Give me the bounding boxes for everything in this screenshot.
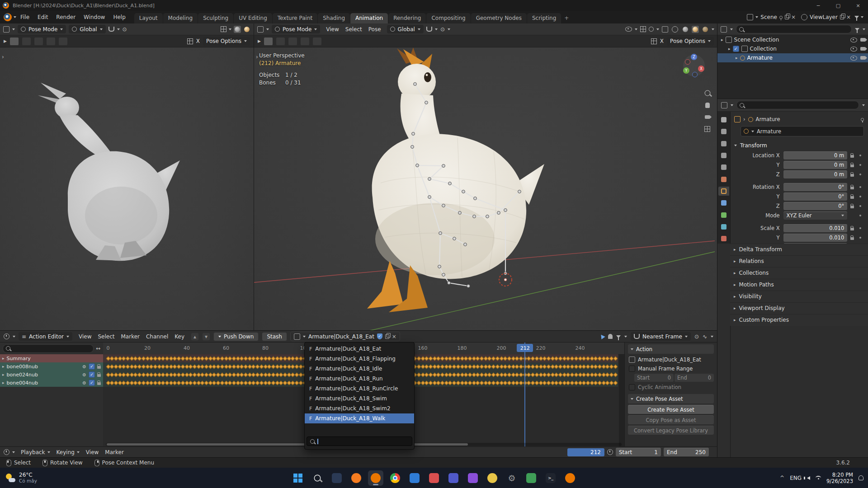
animate-dot-icon[interactable]	[859, 227, 861, 229]
viewport-menu-select[interactable]: Select	[342, 26, 365, 33]
pose-options-dropdown[interactable]: Pose Options	[667, 37, 714, 46]
create-pose-asset-panel-header[interactable]: Create Pose Asset	[628, 394, 714, 404]
toolbar-expand-icon[interactable]: ›	[256, 54, 258, 60]
menu-help[interactable]: Help	[109, 11, 129, 23]
close-button[interactable]: ×	[848, 0, 868, 11]
expand-icon[interactable]: ▸	[728, 47, 731, 51]
menu-file[interactable]: File	[16, 11, 33, 23]
tab-texture-paint[interactable]: Texture Paint	[273, 13, 317, 23]
tab-scripting[interactable]: Scripting	[527, 13, 561, 23]
end-field[interactable]: End0	[675, 374, 714, 382]
modifier-wrench-icon[interactable]: ⚙	[82, 380, 86, 385]
lock-icon[interactable]	[850, 164, 854, 167]
viewlayer-selector[interactable]: ViewLayer ×	[799, 13, 853, 21]
overlays-icon[interactable]	[649, 27, 654, 32]
dropdown-item-armature-duck-a18-idle[interactable]: FArmature|Duck_A18_Idle	[305, 364, 414, 374]
start-field[interactable]: Start0	[634, 374, 674, 382]
expand-icon[interactable]: ↔	[96, 345, 100, 352]
orientation-dropdown[interactable]: Global	[387, 25, 424, 33]
lock-icon[interactable]	[850, 206, 854, 208]
editor-mode-dropdown[interactable]: ≡ Action Editor	[19, 332, 72, 341]
snap-magnet-icon[interactable]	[108, 27, 114, 32]
pan-hand-icon[interactable]	[705, 103, 710, 108]
network-icon[interactable]	[816, 476, 821, 480]
value-field[interactable]: 0 m	[783, 151, 848, 160]
viewport-right-canvas[interactable]: › User Perspective (212) Armature Object…	[254, 47, 717, 331]
lock-icon[interactable]	[850, 187, 854, 189]
menu-render[interactable]: Render	[52, 11, 80, 23]
select-mode-toggle[interactable]	[46, 37, 56, 46]
shading-solid-icon[interactable]	[234, 26, 241, 33]
volume-icon[interactable]	[807, 476, 810, 480]
dropdown-item-armature-duck-a18-runcircle[interactable]: FArmature|Duck_A18_RunCircle	[305, 384, 414, 394]
channel-bone008nub[interactable]: ▸bone008nub⚙✓	[0, 362, 103, 371]
lock-icon[interactable]	[850, 196, 854, 199]
stash-button[interactable]: Stash	[262, 332, 287, 341]
lock-icon[interactable]	[850, 174, 854, 177]
xray-icon[interactable]	[662, 26, 668, 33]
outliner-item-armature[interactable]: ▸Armature	[717, 53, 868, 62]
move-up-button[interactable]: ▴	[191, 333, 199, 341]
properties-tab-tool[interactable]	[718, 115, 729, 124]
select-mode-toggle[interactable]	[22, 37, 31, 46]
properties-tab-render[interactable]	[718, 127, 729, 136]
expand-icon[interactable]: ▸	[2, 356, 5, 361]
expand-icon[interactable]: ▸	[2, 380, 5, 385]
animate-dot-icon[interactable]	[859, 237, 861, 239]
gizmo-y-axis[interactable]: Y	[683, 67, 689, 74]
filter-icon[interactable]	[616, 335, 621, 338]
properties-tab-texture[interactable]	[718, 234, 729, 243]
visibility-eye-icon[interactable]	[850, 38, 857, 42]
channel-bone024nub[interactable]: ▸bone024nub⚙✓	[0, 371, 103, 379]
taskbar-icon-mail[interactable]	[407, 470, 422, 486]
render-visibility-icon[interactable]	[860, 38, 866, 42]
gizmo-x-axis[interactable]: X	[698, 66, 704, 72]
tab-geometry-nodes[interactable]: Geometry Nodes	[471, 13, 527, 23]
value-field[interactable]: 0 m	[783, 161, 848, 169]
ortho-grid-icon[interactable]	[704, 126, 710, 132]
add-workspace-button[interactable]: +	[561, 13, 571, 23]
unlink-action-icon[interactable]: ×	[392, 333, 396, 340]
timeline-menu-view[interactable]: View	[83, 449, 102, 455]
shading-solid-icon[interactable]	[682, 26, 689, 33]
taskbar-icon-settings[interactable]: ⚙	[504, 470, 519, 486]
navigation-gizmo[interactable]: Z X Y	[683, 55, 705, 76]
dropdown-item-armature-duck-a18-swim[interactable]: FArmature|Duck_A18_Swim	[305, 394, 414, 404]
value-field[interactable]: 0.010	[783, 234, 848, 242]
dropdown-item-armature-duck-a18-walk[interactable]: FArmature|Duck_A18_Walk	[305, 413, 414, 423]
select-mode-toggle[interactable]	[34, 37, 43, 46]
keyframe[interactable]	[613, 380, 618, 385]
mirror-x-toggle[interactable]: X	[660, 38, 664, 44]
properties-search-input[interactable]	[736, 101, 859, 109]
dope-menu-channel[interactable]: Channel	[143, 333, 171, 340]
tab-sculpting[interactable]: Sculpting	[198, 13, 233, 23]
transform-pivot-icon[interactable]	[651, 38, 657, 44]
copy-pose-as-asset-button[interactable]: Copy Pose as Asset	[628, 415, 714, 424]
minimize-button[interactable]: ─	[808, 0, 828, 11]
menu-edit[interactable]: Edit	[33, 11, 52, 23]
current-frame-badge[interactable]: 212	[517, 344, 533, 352]
outliner-item-collection[interactable]: ▸✓Collection	[717, 44, 868, 53]
dope-menu-key[interactable]: Key	[171, 333, 188, 340]
channel-enable-checkbox[interactable]: ✓	[89, 371, 95, 378]
dropdown-item-armature-duck-a18-run[interactable]: FArmature|Duck_A18_Run	[305, 374, 414, 384]
pin-icon[interactable]	[779, 16, 783, 19]
panel-viewport-display[interactable]: ▸Viewport Display	[730, 302, 868, 314]
lock-icon[interactable]	[850, 237, 854, 240]
keyframe[interactable]	[613, 372, 618, 377]
easing-icon[interactable]: ∿	[703, 333, 707, 340]
viewport-menu-view[interactable]: View	[323, 26, 342, 33]
keyframe[interactable]	[613, 364, 618, 369]
editor-type-icon[interactable]	[257, 26, 264, 33]
editor-type-icon[interactable]	[4, 449, 9, 455]
timeline-menu-keying[interactable]: Keying	[53, 449, 83, 455]
zoom-icon[interactable]	[704, 90, 710, 96]
value-field[interactable]: 0°	[783, 192, 848, 201]
channel-summary[interactable]: ▸Summary	[0, 354, 103, 362]
value-field[interactable]: 0.010	[783, 224, 848, 232]
properties-tab-scene[interactable]	[718, 163, 729, 172]
filter-icon[interactable]	[854, 16, 859, 19]
shading-rendered-icon[interactable]	[702, 26, 709, 33]
select-mode-toggle[interactable]	[9, 37, 19, 46]
editor-type-icon[interactable]	[3, 26, 9, 33]
